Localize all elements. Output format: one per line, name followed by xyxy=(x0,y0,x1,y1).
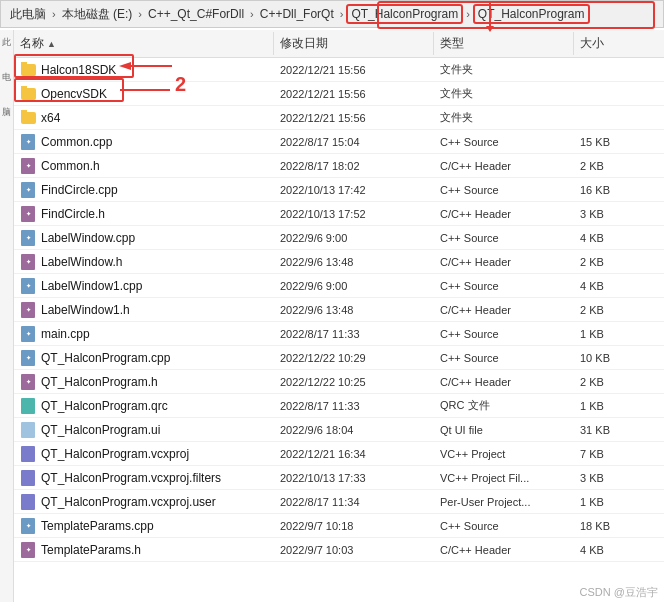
qrc-icon xyxy=(21,398,35,414)
file-size: 4 KB xyxy=(574,544,654,556)
file-name-cell: x64 xyxy=(14,110,274,126)
file-name: FindCircle.h xyxy=(41,207,105,221)
file-type: 文件夹 xyxy=(434,62,574,77)
file-name: QT_HalconProgram.vcxproj.filters xyxy=(41,471,221,485)
cpp-icon: ✦ xyxy=(21,326,35,342)
table-row[interactable]: OpencvSDK 2022/12/21 15:56 文件夹 xyxy=(14,82,664,106)
file-date: 2022/8/17 11:33 xyxy=(274,328,434,340)
breadcrumb-sep-2: › xyxy=(249,8,255,20)
breadcrumb-qt-halcon-2[interactable]: QT_HalconProgram xyxy=(473,4,590,24)
table-row[interactable]: ✦ LabelWindow.cpp 2022/9/6 9:00 C++ Sour… xyxy=(14,226,664,250)
file-name-cell: ✦ LabelWindow.h xyxy=(14,254,274,270)
cpp-icon: ✦ xyxy=(21,134,35,150)
file-name-cell: QT_HalconProgram.vcxproj.user xyxy=(14,494,274,510)
file-name: TemplateParams.cpp xyxy=(41,519,154,533)
file-icon-wrapper: ✦ xyxy=(20,278,36,294)
col-header-size[interactable]: 大小 xyxy=(574,32,654,55)
breadcrumb-local-disk[interactable]: 本地磁盘 (E:) xyxy=(59,4,136,25)
breadcrumb-cpp-qt[interactable]: C++_Qt_C#ForDll xyxy=(145,5,247,23)
table-row[interactable]: ✦ main.cpp 2022/8/17 11:33 C++ Source 1 … xyxy=(14,322,664,346)
file-date: 2022/12/21 15:56 xyxy=(274,88,434,100)
file-type: C/C++ Header xyxy=(434,256,574,268)
table-row[interactable]: ✦ Common.h 2022/8/17 18:02 C/C++ Header … xyxy=(14,154,664,178)
file-name: main.cpp xyxy=(41,327,90,341)
file-icon-wrapper: ✦ xyxy=(20,254,36,270)
file-icon-wrapper xyxy=(20,470,36,486)
file-rows-container: Halcon18SDK 2022/12/21 15:56 文件夹 OpencvS… xyxy=(14,58,664,562)
file-size: 31 KB xyxy=(574,424,654,436)
table-row[interactable]: QT_HalconProgram.vcxproj.user 2022/8/17 … xyxy=(14,490,664,514)
file-name: QT_HalconProgram.cpp xyxy=(41,351,170,365)
file-type: VC++ Project Fil... xyxy=(434,472,574,484)
file-size: 18 KB xyxy=(574,520,654,532)
table-row[interactable]: x64 2022/12/21 15:56 文件夹 xyxy=(14,106,664,130)
file-type: C++ Source xyxy=(434,184,574,196)
file-date: 2022/10/13 17:33 xyxy=(274,472,434,484)
file-size: 15 KB xyxy=(574,136,654,148)
table-row[interactable]: ✦ QT_HalconProgram.cpp 2022/12/22 10:29 … xyxy=(14,346,664,370)
file-name-cell: QT_HalconProgram.ui xyxy=(14,422,274,438)
h-icon: ✦ xyxy=(21,542,35,558)
file-type: C++ Source xyxy=(434,520,574,532)
breadcrumb-cpp-dll[interactable]: C++Dll_ForQt xyxy=(257,5,337,23)
sidebar-letter-2: 电 xyxy=(0,69,13,86)
file-list-area[interactable]: 名称 ▲ 修改日期 类型 大小 Halcon18SDK 2022/12/21 1… xyxy=(14,30,664,602)
table-row[interactable]: ✦ TemplateParams.cpp 2022/9/7 10:18 C++ … xyxy=(14,514,664,538)
file-date: 2022/9/6 18:04 xyxy=(274,424,434,436)
file-icon-wrapper xyxy=(20,86,36,102)
col-header-date[interactable]: 修改日期 xyxy=(274,32,434,55)
file-name-cell: Halcon18SDK xyxy=(14,62,274,78)
file-type: QRC 文件 xyxy=(434,398,574,413)
file-date: 2022/8/17 18:02 xyxy=(274,160,434,172)
left-sidebar: 此 电 脑 xyxy=(0,30,14,602)
breadcrumb-sep-1: › xyxy=(137,8,143,20)
file-type: C++ Source xyxy=(434,280,574,292)
col-header-type[interactable]: 类型 xyxy=(434,32,574,55)
file-date: 2022/9/6 9:00 xyxy=(274,280,434,292)
table-row[interactable]: ✦ FindCircle.cpp 2022/10/13 17:42 C++ So… xyxy=(14,178,664,202)
breadcrumb-bar: 此电脑 › 本地磁盘 (E:) › C++_Qt_C#ForDll › C++D… xyxy=(0,0,664,28)
file-name-cell: ✦ FindCircle.cpp xyxy=(14,182,274,198)
table-row[interactable]: Halcon18SDK 2022/12/21 15:56 文件夹 xyxy=(14,58,664,82)
file-type: 文件夹 xyxy=(434,86,574,101)
table-row[interactable]: QT_HalconProgram.vcxproj.filters 2022/10… xyxy=(14,466,664,490)
file-name-cell: ✦ FindCircle.h xyxy=(14,206,274,222)
table-row[interactable]: ✦ LabelWindow1.cpp 2022/9/6 9:00 C++ Sou… xyxy=(14,274,664,298)
file-size: 7 KB xyxy=(574,448,654,460)
file-icon-wrapper: ✦ xyxy=(20,326,36,342)
table-row[interactable]: ✦ LabelWindow1.h 2022/9/6 13:48 C/C++ He… xyxy=(14,298,664,322)
table-row[interactable]: ✦ Common.cpp 2022/8/17 15:04 C++ Source … xyxy=(14,130,664,154)
file-size: 16 KB xyxy=(574,184,654,196)
table-row[interactable]: ✦ TemplateParams.h 2022/9/7 10:03 C/C++ … xyxy=(14,538,664,562)
file-name: Halcon18SDK xyxy=(41,63,116,77)
file-type: 文件夹 xyxy=(434,110,574,125)
file-name-cell: OpencvSDK xyxy=(14,86,274,102)
file-type: C++ Source xyxy=(434,352,574,364)
table-row[interactable]: ✦ QT_HalconProgram.h 2022/12/22 10:25 C/… xyxy=(14,370,664,394)
file-name: LabelWindow1.h xyxy=(41,303,130,317)
file-type: C/C++ Header xyxy=(434,544,574,556)
file-type: C++ Source xyxy=(434,136,574,148)
vcxproj-icon xyxy=(21,494,35,510)
table-row[interactable]: QT_HalconProgram.ui 2022/9/6 18:04 Qt UI… xyxy=(14,418,664,442)
file-icon-wrapper xyxy=(20,398,36,414)
table-row[interactable]: QT_HalconProgram.vcxproj 2022/12/21 16:3… xyxy=(14,442,664,466)
vcxproj-icon xyxy=(21,470,35,486)
table-row[interactable]: ✦ LabelWindow.h 2022/9/6 13:48 C/C++ Hea… xyxy=(14,250,664,274)
sidebar-letter-3: 脑 xyxy=(0,104,13,121)
breadcrumb-qt-halcon-1[interactable]: QT_HalconProgram xyxy=(346,4,463,24)
table-row[interactable]: ✦ FindCircle.h 2022/10/13 17:52 C/C++ He… xyxy=(14,202,664,226)
breadcrumb-this-pc[interactable]: 此电脑 xyxy=(7,4,49,25)
file-date: 2022/8/17 11:33 xyxy=(274,400,434,412)
file-name: QT_HalconProgram.ui xyxy=(41,423,160,437)
file-icon-wrapper xyxy=(20,494,36,510)
file-date: 2022/8/17 15:04 xyxy=(274,136,434,148)
file-name-cell: ✦ LabelWindow1.cpp xyxy=(14,278,274,294)
col-header-name[interactable]: 名称 ▲ xyxy=(14,32,274,55)
ui-icon xyxy=(21,422,35,438)
watermark: CSDN @豆浩宇 xyxy=(580,585,658,600)
file-icon-wrapper: ✦ xyxy=(20,134,36,150)
file-icon-wrapper: ✦ xyxy=(20,542,36,558)
table-row[interactable]: QT_HalconProgram.qrc 2022/8/17 11:33 QRC… xyxy=(14,394,664,418)
file-icon-wrapper: ✦ xyxy=(20,374,36,390)
